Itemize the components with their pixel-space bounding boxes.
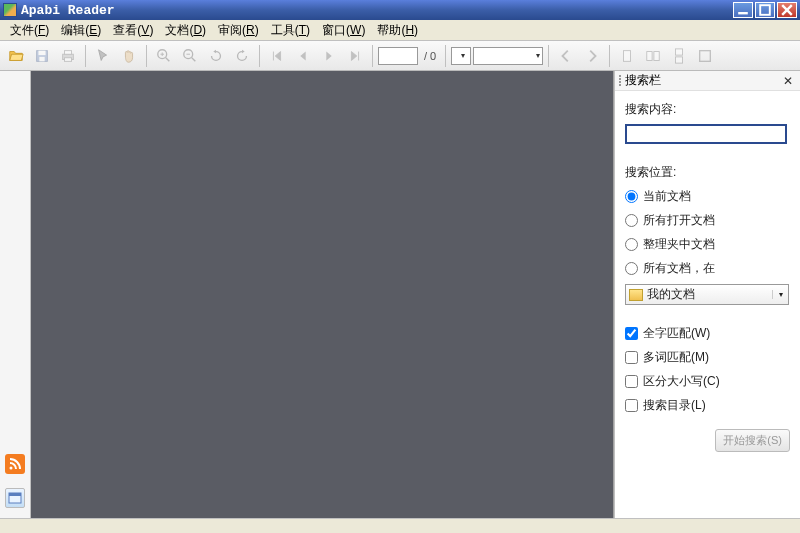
svg-rect-6 <box>39 56 44 60</box>
folder-icon <box>629 289 643 301</box>
chevron-down-icon: ▾ <box>772 290 788 299</box>
next-page-button[interactable] <box>317 44 341 68</box>
svg-rect-5 <box>38 50 45 54</box>
svg-point-23 <box>10 467 13 470</box>
folder-select-text: 我的文档 <box>647 286 772 303</box>
menu-document[interactable]: 文档(D) <box>159 20 212 41</box>
rotate-right-button[interactable] <box>230 44 254 68</box>
zoom-in-icon <box>156 48 172 64</box>
two-page-icon <box>645 48 661 64</box>
save-button[interactable] <box>30 44 54 68</box>
organizer-button[interactable] <box>5 488 25 508</box>
first-page-icon <box>269 48 285 64</box>
print-button[interactable] <box>56 44 80 68</box>
search-content-label: 搜索内容: <box>625 101 790 118</box>
print-icon <box>60 48 76 64</box>
nav-forward-button[interactable] <box>580 44 604 68</box>
menu-window[interactable]: 窗口(W) <box>316 20 371 41</box>
svg-rect-17 <box>624 50 631 61</box>
prev-page-icon <box>295 48 311 64</box>
svg-line-11 <box>166 57 170 61</box>
zoom-mode-dropdown[interactable]: ▾ <box>451 47 471 65</box>
folder-select[interactable]: 我的文档 ▾ <box>625 284 789 305</box>
radio-all-docs-in[interactable]: 所有文档，在 <box>625 260 790 277</box>
check-multi-word[interactable]: 多词匹配(M) <box>625 349 790 366</box>
window-buttons <box>731 2 797 18</box>
prev-page-button[interactable] <box>291 44 315 68</box>
toolbar-separator <box>445 45 446 67</box>
rotate-left-icon <box>208 48 224 64</box>
toolbar-separator <box>609 45 610 67</box>
continuous-icon <box>671 48 687 64</box>
svg-rect-22 <box>700 50 711 61</box>
last-page-icon <box>347 48 363 64</box>
svg-rect-1 <box>760 5 770 15</box>
page-total-label: / 0 <box>420 50 440 62</box>
start-search-button[interactable]: 开始搜索(S) <box>715 429 790 452</box>
maximize-button[interactable] <box>755 2 775 18</box>
search-panel: 搜索栏 ✕ 搜索内容: 搜索位置: 当前文档 所有打开文档 整理夹中文档 所有文… <box>614 71 800 518</box>
rss-button[interactable] <box>5 454 25 474</box>
arrow-right-icon <box>584 48 600 64</box>
svg-rect-20 <box>676 48 683 54</box>
status-bar <box>0 518 800 533</box>
menu-edit[interactable]: 编辑(E) <box>55 20 107 41</box>
minimize-button[interactable] <box>733 2 753 18</box>
menu-file[interactable]: 文件(F) <box>4 20 55 41</box>
check-case[interactable]: 区分大小写(C) <box>625 373 790 390</box>
zoom-percent-dropdown[interactable]: ▾ <box>473 47 543 65</box>
fullscreen-button[interactable] <box>693 44 717 68</box>
open-button[interactable] <box>4 44 28 68</box>
menu-review[interactable]: 审阅(R) <box>212 20 265 41</box>
search-panel-close-button[interactable]: ✕ <box>780 74 796 88</box>
toolbar-separator <box>259 45 260 67</box>
radio-current-doc[interactable]: 当前文档 <box>625 188 790 205</box>
search-panel-title: 搜索栏 <box>625 72 780 89</box>
organizer-icon <box>7 490 23 506</box>
left-sidebar <box>0 71 31 518</box>
cursor-icon <box>95 48 111 64</box>
menu-help[interactable]: 帮助(H) <box>371 20 424 41</box>
folder-icon <box>8 48 24 64</box>
continuous-button[interactable] <box>667 44 691 68</box>
hand-tool-button[interactable] <box>117 44 141 68</box>
menu-view[interactable]: 查看(V) <box>107 20 159 41</box>
two-page-button[interactable] <box>641 44 665 68</box>
document-viewer[interactable] <box>31 71 614 518</box>
check-whole-word[interactable]: 全字匹配(W) <box>625 325 790 342</box>
search-location-label: 搜索位置: <box>625 164 790 181</box>
page-number-input[interactable] <box>378 47 418 65</box>
svg-rect-9 <box>64 57 71 61</box>
title-bar: Apabi Reader <box>0 0 800 20</box>
close-button[interactable] <box>777 2 797 18</box>
toolbar: / 0 ▾ ▾ <box>0 41 800 71</box>
menu-tools[interactable]: 工具(T) <box>265 20 316 41</box>
hand-icon <box>121 48 137 64</box>
next-page-icon <box>321 48 337 64</box>
zoom-out-button[interactable] <box>178 44 202 68</box>
single-page-icon <box>619 48 635 64</box>
grip-icon <box>619 75 621 86</box>
first-page-button[interactable] <box>265 44 289 68</box>
last-page-button[interactable] <box>343 44 367 68</box>
radio-all-open[interactable]: 所有打开文档 <box>625 212 790 229</box>
main-area: 搜索栏 ✕ 搜索内容: 搜索位置: 当前文档 所有打开文档 整理夹中文档 所有文… <box>0 71 800 518</box>
radio-folder-docs[interactable]: 整理夹中文档 <box>625 236 790 253</box>
rotate-left-button[interactable] <box>204 44 228 68</box>
toolbar-separator <box>548 45 549 67</box>
fullscreen-icon <box>697 48 713 64</box>
nav-back-button[interactable] <box>554 44 578 68</box>
single-page-button[interactable] <box>615 44 639 68</box>
zoom-in-button[interactable] <box>152 44 176 68</box>
app-title: Apabi Reader <box>21 3 731 18</box>
svg-rect-25 <box>9 493 21 496</box>
check-toc[interactable]: 搜索目录(L) <box>625 397 790 414</box>
svg-line-15 <box>192 57 196 61</box>
search-content-input[interactable] <box>625 124 787 144</box>
select-tool-button[interactable] <box>91 44 115 68</box>
rss-icon <box>7 456 23 472</box>
search-options-group: 全字匹配(W) 多词匹配(M) 区分大小写(C) 搜索目录(L) <box>625 325 790 414</box>
toolbar-separator <box>372 45 373 67</box>
rotate-right-icon <box>234 48 250 64</box>
toolbar-separator <box>146 45 147 67</box>
